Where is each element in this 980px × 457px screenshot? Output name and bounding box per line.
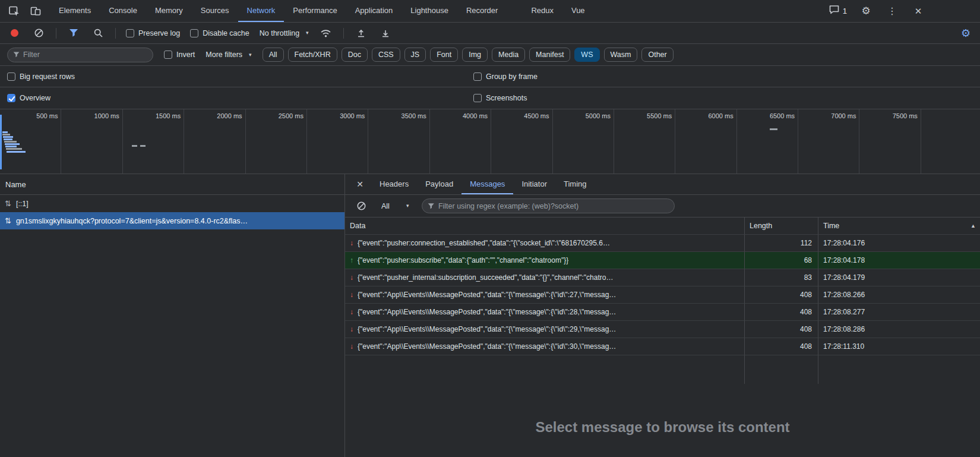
- details-tab-timing[interactable]: Timing: [555, 174, 595, 194]
- message-row[interactable]: ↓{"event":"App\\Events\\MessagePosted","…: [345, 304, 980, 321]
- name-column-label: Name: [5, 180, 26, 189]
- clear-messages-button[interactable]: [354, 199, 368, 213]
- message-row[interactable]: ↑{"event":"pusher:subscribe","data":{"au…: [345, 252, 980, 269]
- network-toolbar: Preserve log Disable cache No throttling…: [0, 23, 980, 44]
- throttling-select[interactable]: No throttling ▾: [260, 29, 309, 37]
- tab-sources[interactable]: Sources: [192, 0, 238, 22]
- tab-elements[interactable]: Elements: [50, 0, 100, 22]
- issues-button[interactable]: 1: [829, 4, 847, 18]
- group-by-frame-label: Group by frame: [486, 73, 538, 81]
- devtools-tab-bar: ElementsConsoleMemorySourcesNetworkPerfo…: [0, 0, 980, 23]
- divider: [115, 28, 116, 39]
- request-row[interactable]: ⇅gn1smslixgkyhiauhqck?protocol=7&client=…: [0, 212, 344, 229]
- request-row[interactable]: ⇅[::1]: [0, 195, 344, 212]
- main-tab-strip: ElementsConsoleMemorySourcesNetworkPerfo…: [50, 0, 594, 22]
- message-type-value: All: [381, 202, 390, 210]
- details-tab-initiator[interactable]: Initiator: [513, 174, 555, 194]
- filter-chip-img[interactable]: Img: [462, 48, 488, 62]
- message-length-cell: 68: [744, 252, 818, 269]
- data-column-header[interactable]: Data: [345, 218, 744, 235]
- message-row[interactable]: ↓{"event":"App\\Events\\MessagePosted","…: [345, 338, 980, 355]
- search-button[interactable]: [91, 26, 105, 40]
- regex-filter-wrap: [422, 198, 675, 213]
- filter-chip-css[interactable]: CSS: [372, 48, 400, 62]
- filter-chip-other[interactable]: Other: [641, 48, 673, 62]
- message-row[interactable]: ↓{"event":"pusher:connection_established…: [345, 235, 980, 252]
- message-time-cell: 17:28:04.179: [818, 269, 980, 286]
- message-data-cell: ↓{"event":"pusher_internal:subscription_…: [345, 269, 744, 286]
- message-row[interactable]: ↓{"event":"App\\Events\\MessagePosted","…: [345, 321, 980, 338]
- disable-cache-checkbox[interactable]: Disable cache: [190, 29, 249, 37]
- overview-checkbox[interactable]: Overview: [7, 94, 50, 102]
- message-data-cell: ↓{"event":"App\\Events\\MessagePosted","…: [345, 338, 744, 355]
- close-devtools-icon[interactable]: ✕: [911, 4, 925, 18]
- details-tab-headers[interactable]: Headers: [371, 174, 417, 194]
- funnel-icon: [428, 203, 434, 210]
- message-time-cell: 17:28:08.266: [818, 286, 980, 304]
- network-settings-gear-icon[interactable]: ⚙: [959, 26, 973, 40]
- screenshots-label: Screenshots: [486, 94, 527, 102]
- received-arrow-icon: ↓: [350, 273, 353, 282]
- filter-input[interactable]: [23, 51, 147, 59]
- time-column-header[interactable]: Time ▲: [818, 218, 980, 235]
- filter-chip-fetch-xhr[interactable]: Fetch/XHR: [288, 48, 337, 62]
- close-details-icon[interactable]: ✕: [349, 174, 371, 194]
- record-network-log-button[interactable]: [7, 26, 21, 40]
- message-data-text: {"event":"App\\Events\\MessagePosted","d…: [358, 308, 616, 316]
- checkbox-checked: [7, 94, 15, 102]
- big-request-rows-checkbox[interactable]: Big request rows: [7, 73, 75, 81]
- tab-network[interactable]: Network: [238, 0, 284, 22]
- settings-gear-icon[interactable]: ⚙: [859, 4, 873, 18]
- preserve-log-label: Preserve log: [138, 29, 180, 37]
- tab-lighthouse[interactable]: Lighthouse: [402, 0, 457, 22]
- tab-vue[interactable]: Vue: [562, 0, 594, 22]
- filter-chip-js[interactable]: JS: [404, 48, 426, 62]
- tab-redux[interactable]: Redux: [522, 0, 562, 22]
- filter-chip-ws[interactable]: WS: [574, 48, 599, 62]
- message-row[interactable]: ↓{"event":"App\\Events\\MessagePosted","…: [345, 286, 980, 304]
- length-column-header[interactable]: Length: [744, 218, 818, 235]
- tab-console[interactable]: Console: [100, 0, 146, 22]
- messages-table-header: Data Length Time ▲: [345, 218, 980, 235]
- checkbox-unchecked: [190, 29, 198, 37]
- import-har-button[interactable]: [354, 26, 368, 40]
- more-filters-select[interactable]: More filters ▾: [206, 51, 251, 59]
- filter-toggle-button[interactable]: [67, 26, 81, 40]
- export-har-button[interactable]: [378, 26, 393, 40]
- preserve-log-checkbox[interactable]: Preserve log: [126, 29, 180, 37]
- tab-recorder[interactable]: Recorder: [457, 0, 507, 22]
- filter-chip-wasm[interactable]: Wasm: [604, 48, 638, 62]
- received-arrow-icon: ↓: [350, 308, 353, 316]
- details-tab-messages[interactable]: Messages: [461, 174, 513, 194]
- message-length-cell: 112: [744, 235, 818, 252]
- filter-chip-all[interactable]: All: [263, 48, 284, 62]
- filter-chip-font[interactable]: Font: [430, 48, 458, 62]
- funnel-icon: [13, 51, 20, 58]
- inspect-element-icon[interactable]: [7, 4, 21, 18]
- messages-table-empty-area: [345, 355, 980, 384]
- filter-chip-doc[interactable]: Doc: [342, 48, 368, 62]
- requests-column-header[interactable]: Name: [0, 174, 344, 195]
- invert-checkbox[interactable]: Invert: [164, 51, 195, 59]
- regex-filter-input[interactable]: [438, 202, 669, 210]
- message-time-cell: 17:28:04.176: [818, 235, 980, 252]
- filter-chip-media[interactable]: Media: [492, 48, 525, 62]
- group-by-frame-checkbox[interactable]: Group by frame: [473, 73, 538, 81]
- message-data-text: {"event":"pusher_internal:subscription_s…: [358, 273, 613, 282]
- checkbox-unchecked: [7, 73, 15, 81]
- message-row[interactable]: ↓{"event":"pusher_internal:subscription_…: [345, 269, 980, 286]
- message-type-select[interactable]: All ▾: [381, 202, 409, 210]
- device-toolbar-icon[interactable]: [29, 4, 43, 18]
- clear-network-log-button[interactable]: [31, 26, 46, 40]
- details-tab-payload[interactable]: Payload: [417, 174, 461, 194]
- network-main-split: Name ⇅[::1]⇅gn1smslixgkyhiauhqck?protoco…: [0, 174, 980, 457]
- network-conditions-button[interactable]: [319, 26, 333, 40]
- filter-chip-manifest[interactable]: Manifest: [529, 48, 570, 62]
- network-overview-timeline[interactable]: 500 ms1000 ms1500 ms2000 ms2500 ms3000 m…: [0, 109, 980, 174]
- tab-application[interactable]: Application: [346, 0, 402, 22]
- tab-memory[interactable]: Memory: [146, 0, 192, 22]
- more-options-icon[interactable]: ⋮: [885, 4, 899, 18]
- screenshots-checkbox[interactable]: Screenshots: [473, 94, 527, 102]
- tab-performance[interactable]: Performance: [284, 0, 346, 22]
- network-filter-bar: Invert More filters ▾ AllFetch/XHRDocCSS…: [0, 44, 980, 66]
